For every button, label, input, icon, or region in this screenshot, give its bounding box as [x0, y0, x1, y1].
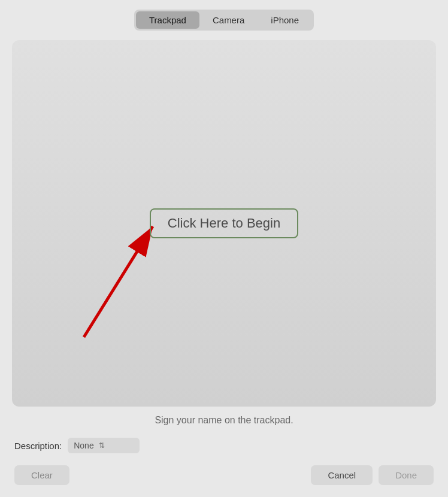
bottom-row: Clear Cancel Done — [12, 465, 436, 485]
svg-line-1 — [84, 226, 153, 337]
description-label: Description: — [14, 441, 62, 451]
cancel-button[interactable]: Cancel — [311, 465, 373, 485]
tab-trackpad[interactable]: Trackpad — [136, 11, 199, 29]
done-button[interactable]: Done — [379, 465, 434, 485]
clear-button[interactable]: Clear — [14, 465, 69, 485]
tab-bar: Trackpad Camera iPhone — [134, 10, 314, 31]
bottom-right: Cancel Done — [311, 465, 434, 485]
bottom-left: Clear — [14, 465, 69, 485]
description-value: None — [74, 441, 93, 450]
tab-iphone[interactable]: iPhone — [258, 11, 312, 29]
description-row: Description: None ⇅ — [12, 438, 436, 453]
tab-camera[interactable]: Camera — [199, 11, 258, 29]
chevron-icon: ⇅ — [99, 441, 105, 450]
begin-button[interactable]: Click Here to Begin — [150, 208, 298, 238]
description-select[interactable]: None ⇅ — [68, 438, 140, 453]
instruction-text: Sign your name on the trackpad. — [155, 415, 293, 426]
drawing-area[interactable]: Click Here to Begin — [12, 40, 436, 407]
